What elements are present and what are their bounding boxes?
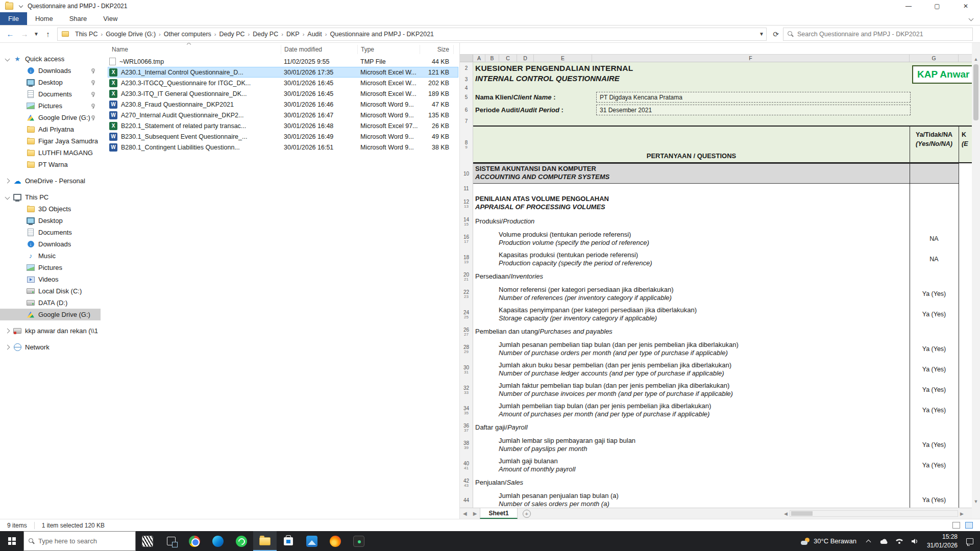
- taskbar-app-task-view[interactable]: [159, 531, 183, 551]
- sidebar-item-local-disk-c[interactable]: Local Disk (C:): [0, 285, 101, 297]
- sidebar-item-downloads[interactable]: Downloads: [0, 238, 101, 250]
- row-number-gutter[interactable]: 3: [460, 73, 473, 85]
- vertical-scrollbar[interactable]: ▲ ▼: [972, 43, 980, 519]
- sidebar-item-documents[interactable]: Documents: [0, 227, 101, 238]
- sidebar-section-this-pc[interactable]: This PC: [0, 191, 101, 203]
- sheet-cell[interactable]: Volume produksi (tentukan periode refere…: [473, 229, 972, 249]
- sheet-cell[interactable]: Daftar gaji/Payroll: [473, 420, 972, 435]
- taskbar-app-firefox[interactable]: [324, 531, 347, 551]
- row-number-gutter[interactable]: 2425: [460, 304, 473, 324]
- sidebar-item-figar-jaya-samudra[interactable]: Figar Jaya Samudra: [0, 135, 101, 147]
- row-number-gutter[interactable]: 3031: [460, 359, 473, 380]
- answer-value[interactable]: Ya (Yes): [910, 311, 959, 318]
- hidden-icons-chevron-icon[interactable]: [866, 539, 871, 544]
- answer-value[interactable]: Ya (Yes): [910, 290, 959, 297]
- horizontal-scroll-thumb[interactable]: [791, 511, 813, 516]
- sidebar-section-network[interactable]: Network: [0, 341, 101, 353]
- field-value[interactable]: 31 Desember 2021: [596, 105, 911, 115]
- row-number-gutter[interactable]: 2829: [460, 339, 473, 359]
- taskbar-app-zebra-photo[interactable]: [136, 531, 159, 551]
- sheet-cell[interactable]: Jumlah akun buku besar pembelian (dan pe…: [473, 359, 972, 380]
- sidebar-item-desktop[interactable]: Desktop: [0, 77, 101, 88]
- scroll-right-icon[interactable]: ▶: [958, 511, 966, 516]
- row-number-gutter[interactable]: 11: [460, 184, 473, 193]
- sheet-cell[interactable]: Nomor referensi (per kategori persediaan…: [473, 284, 972, 304]
- answer-value[interactable]: Ya (Yes): [910, 496, 959, 504]
- answer-value[interactable]: NA: [910, 256, 959, 263]
- quick-access-toolbar-chevron-icon[interactable]: [19, 4, 23, 8]
- sheet-cell[interactable]: Pembelian dan utang/Purchases and payabl…: [473, 324, 972, 339]
- sidebar-section-onedrive-personal[interactable]: OneDrive - Personal: [0, 175, 101, 187]
- sheet-cell[interactable]: Produksi/Production: [473, 214, 972, 229]
- search-input[interactable]: [797, 31, 968, 38]
- breadcrumb-item-dedy-pc[interactable]: Dedy PC: [251, 31, 280, 38]
- breadcrumb-item-audit[interactable]: Audit: [305, 31, 324, 38]
- answer-value[interactable]: Ya (Yes): [910, 407, 959, 414]
- sheet-cell[interactable]: PENILAIAN ATAS VOLUME PENGOLAHANAPPRAISA…: [473, 193, 972, 214]
- volume-tray-icon[interactable]: [907, 538, 922, 544]
- taskbar-app-photos[interactable]: [300, 531, 324, 551]
- row-number-gutter[interactable]: 2223: [460, 284, 473, 304]
- start-button[interactable]: [0, 531, 23, 551]
- up-button[interactable]: ↑: [41, 27, 55, 41]
- row-number-gutter[interactable]: 3435: [460, 400, 473, 420]
- field-value[interactable]: PT Digdaya Kencana Pratama: [596, 92, 911, 103]
- action-center-button[interactable]: [962, 538, 977, 544]
- sidebar-item-luthfi-magang[interactable]: LUTHFI MAGANG: [0, 147, 101, 159]
- scroll-down-icon[interactable]: ▼: [974, 497, 978, 506]
- column-header-name[interactable]: Name: [109, 45, 281, 54]
- sheet-cell[interactable]: Persediaan/Inventories: [473, 269, 972, 284]
- sheet-cell[interactable]: Kapasitas penyimpanan (per kategori pers…: [473, 304, 972, 324]
- chevron-down-icon[interactable]: [5, 195, 10, 200]
- row-number-gutter[interactable]: 3839: [460, 435, 473, 455]
- sheet-nav-right-icon[interactable]: ▶: [470, 511, 480, 516]
- answer-value[interactable]: Ya (Yes): [910, 462, 959, 469]
- sheet-cell[interactable]: Periode Audit/Audit Period :31 Desember …: [473, 104, 972, 116]
- onedrive-tray-icon[interactable]: [876, 538, 892, 544]
- file-row-a230-8-fraud-questio[interactable]: WA230.8_Fraud Questionnaire_DKP202130/01…: [108, 99, 458, 110]
- search-box[interactable]: [783, 28, 973, 41]
- taskbar-app-edge[interactable]: [206, 531, 230, 551]
- file-row-a230-3-itgcq-questio[interactable]: XA230.3-ITGCQ_Questionnaire for ITGC_DK.…: [108, 78, 458, 88]
- row-number-gutter[interactable]: 3233: [460, 380, 473, 400]
- sheet-cell[interactable]: Kapasitas produksi (tentukan periode ref…: [473, 249, 972, 269]
- row-number-gutter[interactable]: 1213: [460, 193, 473, 214]
- sidebar-item-videos[interactable]: Videos: [0, 273, 101, 285]
- file-row-a270-internal-audit[interactable]: WA270_Internal Audit Questionnaire_DKP2.…: [108, 110, 458, 120]
- minimize-button[interactable]: —: [894, 0, 923, 12]
- breadcrumb-item-this-pc[interactable]: This PC: [73, 31, 100, 38]
- new-sheet-button[interactable]: +: [523, 510, 531, 518]
- column-header-f[interactable]: F: [592, 55, 910, 62]
- sheet-cell[interactable]: [473, 85, 972, 91]
- chevron-right-icon[interactable]: [5, 345, 10, 350]
- clock[interactable]: 15:28 31/01/2026: [922, 533, 962, 549]
- taskbar-app-microsoft-store[interactable]: [277, 531, 300, 551]
- row-number-gutter[interactable]: 89: [460, 126, 473, 163]
- row-number-gutter[interactable]: 10: [460, 163, 473, 184]
- taskbar-search-input[interactable]: [38, 537, 131, 545]
- sheet-cell[interactable]: Jumlah pesanan pembelian tiap bulan (dan…: [473, 339, 972, 359]
- column-header-b[interactable]: B: [485, 55, 499, 62]
- row-number-gutter[interactable]: 44: [460, 490, 473, 508]
- answer-value[interactable]: Ya (Yes): [910, 441, 959, 448]
- sidebar-item-google-drive-g[interactable]: Google Drive (G:): [0, 309, 101, 320]
- row-number-gutter[interactable]: 1819: [460, 249, 473, 269]
- row-number-gutter[interactable]: 3637: [460, 420, 473, 435]
- file-row-b220-1-statement-of[interactable]: XB220.1_Statement of related party trans…: [108, 120, 458, 131]
- file-row-a230-3-itq-it-genera[interactable]: XA230.3-ITQ_IT General Questionnaire_DK.…: [108, 88, 458, 99]
- row-number-gutter[interactable]: 7: [460, 116, 473, 126]
- scroll-up-icon[interactable]: ▲: [974, 55, 978, 63]
- menu-tab-file[interactable]: File: [0, 12, 27, 25]
- sheet-cell[interactable]: KUESIONER PENGENDALIAN INTERNAL: [473, 62, 972, 73]
- sheet-cell[interactable]: Jumlah lembar slip pembayaran gaji tiap …: [473, 435, 972, 455]
- large-icons-view-icon[interactable]: [965, 522, 973, 529]
- file-row-b230-1-subsequent-ev[interactable]: WB230.1_Subsequent Event Questionnaire_.…: [108, 131, 458, 142]
- sidebar-item-pictures[interactable]: Pictures: [0, 262, 101, 273]
- sheet-cell[interactable]: Jumlah pembelian tiap bulan (dan per jen…: [473, 400, 972, 420]
- sidebar-item-pt-warna[interactable]: PT Warna: [0, 159, 101, 170]
- sidebar-item-3d-objects[interactable]: 3D Objects: [0, 203, 101, 215]
- maximize-button[interactable]: ▢: [923, 0, 951, 12]
- sidebar-item-adi-priyatna[interactable]: Adi Priyatna: [0, 123, 101, 135]
- recent-locations-chevron-icon[interactable]: ▼: [32, 27, 41, 41]
- sidebar-item-documents[interactable]: Documents: [0, 88, 101, 100]
